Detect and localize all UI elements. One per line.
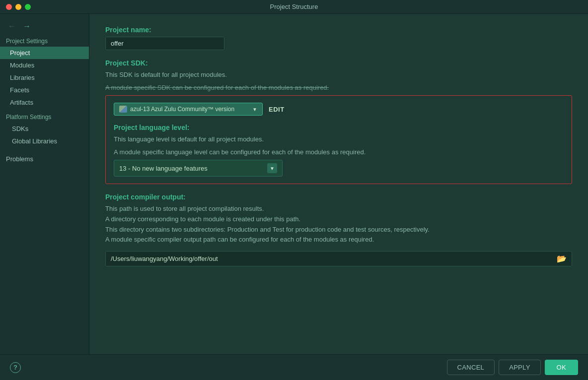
main-layout: ← → Project Settings Project Modules Lib… — [0, 14, 588, 380]
minimize-button[interactable] — [15, 4, 21, 10]
project-name-input[interactable] — [105, 37, 224, 50]
project-settings-label: Project Settings — [0, 36, 89, 47]
browse-folder-icon[interactable]: 📂 — [557, 254, 567, 263]
titlebar: Project Structure — [0, 0, 588, 14]
sdk-icon — [119, 106, 127, 113]
sdk-desc1: This SDK is default for all project modu… — [105, 70, 572, 80]
back-arrow[interactable]: ← — [6, 21, 18, 32]
sdk-lang-panel: azul-13 Azul Zulu Community™ version ▼ E… — [105, 95, 572, 184]
apply-button[interactable]: APPLY — [499, 360, 540, 375]
compiler-output-label: Project compiler output: — [105, 193, 572, 201]
compiler-desc1: This path is used to store all project c… — [105, 204, 572, 245]
sdk-row: azul-13 Azul Zulu Community™ version ▼ E… — [114, 103, 564, 116]
bottom-actions: CANCEL APPLY OK — [447, 360, 578, 375]
sidebar-item-sdks[interactable]: SDKs — [0, 123, 89, 135]
lang-dropdown[interactable]: 13 - No new language features ▼ — [114, 160, 283, 177]
content-area: Project name: Project SDK: This SDK is d… — [89, 14, 588, 380]
output-path-text: /Users/liuwangyang/Working/offer/out — [111, 255, 553, 262]
project-sdk-label: Project SDK: — [105, 59, 572, 67]
platform-settings-label: Platform Settings — [0, 109, 89, 123]
sidebar-item-global-libraries[interactable]: Global Libraries — [0, 135, 89, 147]
lang-dropdown-text: 13 - No new language features — [119, 165, 208, 172]
project-name-label: Project name: — [105, 26, 572, 34]
lang-level-label: Project language level: — [114, 124, 564, 131]
forward-arrow[interactable]: → — [21, 21, 33, 32]
window-title: Project Structure — [270, 3, 318, 10]
sidebar-item-libraries[interactable]: Libraries — [0, 71, 89, 84]
output-path-row: /Users/liuwangyang/Working/offer/out 📂 — [105, 251, 572, 266]
sidebar-item-modules[interactable]: Modules — [0, 59, 89, 71]
sidebar-item-facets[interactable]: Facets — [0, 84, 89, 96]
sidebar-item-project[interactable]: Project — [0, 47, 89, 59]
sidebar: ← → Project Settings Project Modules Lib… — [0, 14, 89, 380]
sdk-dropdown[interactable]: azul-13 Azul Zulu Community™ version ▼ — [114, 103, 263, 116]
lang-desc1: This language level is default for all p… — [114, 134, 564, 144]
traffic-lights[interactable] — [6, 4, 31, 10]
sidebar-item-problems[interactable]: Problems — [0, 150, 89, 165]
lang-desc2: A module specific language level can be … — [114, 147, 564, 157]
sdk-select-text: azul-13 Azul Zulu Community™ version — [130, 106, 249, 113]
bottom-bar: ? CANCEL APPLY OK — [0, 354, 588, 380]
sdk-desc2: A module specific SDK can be configured … — [105, 83, 572, 93]
lang-dropdown-arrow-icon: ▼ — [267, 163, 277, 173]
edit-sdk-button[interactable]: EDIT — [269, 106, 285, 113]
sidebar-item-artifacts[interactable]: Artifacts — [0, 96, 89, 109]
cancel-button[interactable]: CANCEL — [447, 360, 495, 375]
maximize-button[interactable] — [25, 4, 31, 10]
help-button[interactable]: ? — [10, 362, 21, 373]
ok-button[interactable]: OK — [545, 360, 578, 375]
close-button[interactable] — [6, 4, 12, 10]
sdk-dropdown-arrow-icon: ▼ — [252, 107, 257, 112]
nav-arrows: ← → — [0, 18, 89, 36]
